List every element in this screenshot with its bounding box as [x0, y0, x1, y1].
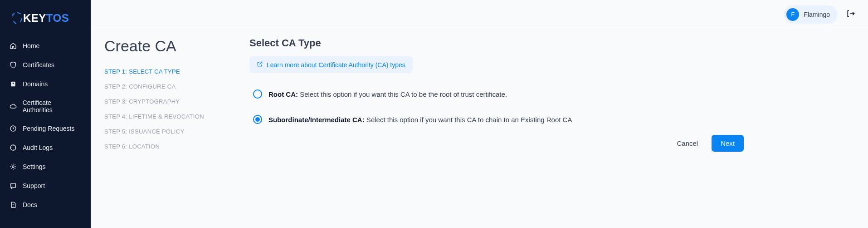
- steps-column: Create CA STEP 1: SELECT CA TYPE STEP 2:…: [104, 37, 222, 154]
- sidebar-item-home[interactable]: Home: [0, 36, 91, 55]
- radio-root-ca[interactable]: [253, 89, 262, 99]
- sidebar: KEY TOS Home Certificates Domains Certi: [0, 0, 91, 228]
- avatar: F: [786, 8, 799, 21]
- sidebar-item-label: Audit Logs: [23, 144, 53, 151]
- sidebar-item-label: Certificates: [23, 61, 54, 69]
- learn-more-link[interactable]: Learn more about Certificate Authority (…: [249, 56, 413, 73]
- sidebar-item-label: Docs: [23, 201, 37, 208]
- chat-icon: [9, 182, 17, 190]
- sidebar-item-domains[interactable]: Domains: [0, 74, 91, 94]
- badge-icon: [9, 80, 17, 88]
- content-area: Create CA STEP 1: SELECT CA TYPE STEP 2:…: [91, 28, 868, 163]
- brand-logo[interactable]: KEY TOS: [0, 7, 91, 36]
- sidebar-item-support[interactable]: Support: [0, 176, 91, 195]
- sidebar-item-label: Domains: [23, 80, 48, 88]
- logout-icon: [846, 9, 855, 20]
- external-link-icon: [257, 61, 263, 69]
- action-row: Cancel Next: [249, 135, 748, 152]
- sidebar-item-certificates[interactable]: Certificates: [0, 55, 91, 74]
- nav-list: Home Certificates Domains Certificate Au…: [0, 36, 91, 214]
- user-name: Flamingo: [804, 11, 830, 18]
- svg-point-4: [12, 166, 14, 168]
- step-3: STEP 3: CRYPTOGRAPHY: [104, 94, 222, 109]
- sidebar-item-label: Certificate Authorities: [23, 99, 82, 114]
- next-button[interactable]: Next: [712, 135, 744, 152]
- step-2: STEP 2: CONFIGURE CA: [104, 79, 222, 94]
- shield-icon: [11, 11, 23, 25]
- target-icon: [9, 144, 17, 152]
- option-subordinate-ca[interactable]: Subordinate/Intermediate CA: Select this…: [249, 109, 748, 129]
- option-sub-title: Subordinate/Intermediate CA:: [268, 116, 365, 124]
- logout-button[interactable]: [843, 6, 859, 23]
- cancel-button[interactable]: Cancel: [670, 135, 704, 152]
- user-menu[interactable]: F Flamingo: [784, 5, 837, 24]
- sidebar-item-settings[interactable]: Settings: [0, 157, 91, 176]
- form-column: Select CA Type Learn more about Certific…: [249, 37, 748, 154]
- svg-point-1: [13, 83, 14, 84]
- sidebar-item-pending-requests[interactable]: Pending Requests: [0, 119, 91, 138]
- cloud-icon: [9, 102, 17, 110]
- option-root-title: Root CA:: [268, 90, 298, 98]
- sidebar-item-certificate-authorities[interactable]: Certificate Authorities: [0, 94, 91, 119]
- sidebar-item-docs[interactable]: Docs: [0, 195, 91, 214]
- home-icon: [9, 42, 17, 50]
- sidebar-item-label: Settings: [23, 163, 46, 170]
- brand-text-key: KEY: [23, 12, 46, 25]
- gear-icon: [9, 163, 17, 171]
- step-4: STEP 4: LIFETIME & REVOCATION: [104, 109, 222, 124]
- option-root-text: Root CA: Select this option if you want …: [268, 90, 507, 98]
- option-root-desc: Select this option if you want this CA t…: [298, 90, 507, 98]
- brand-text-tos: TOS: [46, 12, 69, 25]
- learn-more-text: Learn more about Certificate Authority (…: [267, 61, 405, 69]
- sidebar-item-label: Support: [23, 182, 45, 189]
- main-content: F Flamingo Create CA STEP 1: SELECT CA T…: [91, 1, 868, 228]
- clock-icon: [9, 124, 17, 133]
- option-root-ca[interactable]: Root CA: Select this option if you want …: [249, 84, 748, 104]
- step-6: STEP 6: LOCATION: [104, 139, 222, 154]
- option-sub-text: Subordinate/Intermediate CA: Select this…: [268, 116, 572, 124]
- page-title: Create CA: [104, 37, 222, 55]
- step-1[interactable]: STEP 1: SELECT CA TYPE: [104, 64, 222, 79]
- shield-check-icon: [9, 61, 17, 69]
- section-title: Select CA Type: [249, 37, 748, 49]
- radio-subordinate-ca[interactable]: [253, 115, 262, 124]
- document-icon: [9, 201, 17, 209]
- sidebar-item-label: Home: [23, 42, 39, 50]
- sidebar-item-label: Pending Requests: [23, 125, 74, 132]
- topbar: F Flamingo: [91, 1, 868, 28]
- sidebar-item-audit-logs[interactable]: Audit Logs: [0, 138, 91, 157]
- option-sub-desc: Select this option if you want this CA t…: [365, 116, 572, 124]
- step-5: STEP 5: ISSUANCE POLICY: [104, 124, 222, 139]
